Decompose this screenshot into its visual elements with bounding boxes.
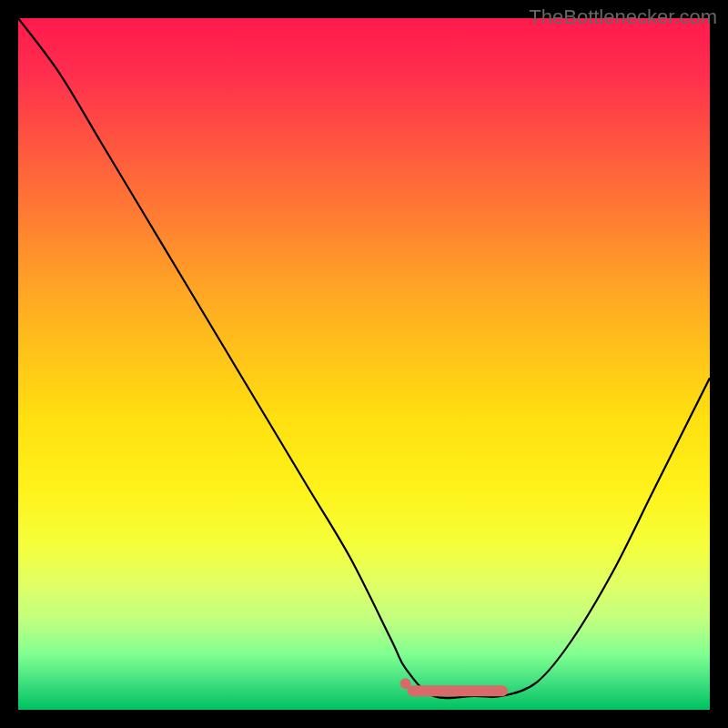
attribution-text: TheBottlenecker.com: [529, 5, 717, 29]
optimal-range-trace: [18, 18, 710, 710]
chart-plot-area: [18, 18, 710, 710]
